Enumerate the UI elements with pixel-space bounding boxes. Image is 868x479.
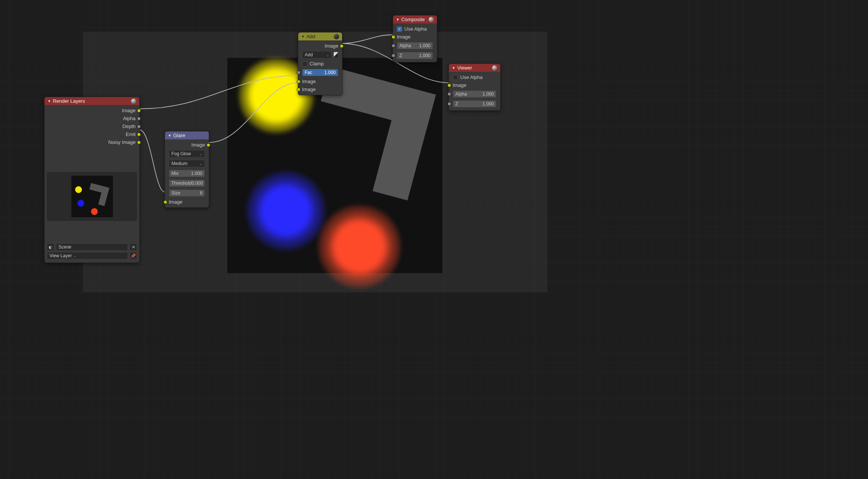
input-image: Image (167, 198, 207, 206)
use-alpha-row[interactable]: ✓Use Alpha (395, 25, 435, 33)
preview-red-glow (318, 205, 401, 288)
scene-select[interactable]: Scene (56, 243, 128, 251)
socket-in[interactable] (447, 92, 451, 96)
input-image-2: Image (301, 85, 340, 93)
socket-in[interactable] (392, 54, 395, 57)
socket-in[interactable] (392, 44, 395, 48)
output-image: Image (167, 141, 207, 149)
output-emit: Emit (47, 130, 137, 138)
socket-in[interactable] (447, 102, 451, 106)
alpha-field[interactable]: Alpha1.000 (453, 90, 496, 98)
socket-out[interactable] (137, 133, 141, 136)
collapse-icon: ▼ (48, 99, 51, 103)
input-image: Image (395, 33, 435, 41)
glare-threshold-field[interactable]: Threshold0.000 (169, 179, 205, 187)
output-image: Image (301, 42, 340, 50)
collapse-icon: ▼ (396, 18, 399, 22)
socket-out[interactable] (137, 125, 141, 128)
node-title: Composite (401, 17, 425, 22)
socket-in[interactable] (447, 83, 451, 87)
socket-out[interactable] (137, 109, 141, 113)
node-title: Render Layers (53, 98, 85, 104)
output-image: Image (47, 107, 137, 114)
collapse-icon: ▼ (168, 134, 171, 138)
collapse-icon: ▼ (301, 35, 305, 39)
socket-out[interactable] (340, 44, 344, 48)
node-title: Viewer (457, 65, 472, 71)
node-header[interactable]: ▼Glare (165, 131, 209, 139)
view-layer-pin[interactable]: 📌 (130, 252, 137, 260)
socket-out[interactable] (137, 141, 141, 144)
socket-in[interactable] (297, 71, 301, 74)
preview-icon[interactable] (429, 17, 434, 22)
input-image-1: Image (301, 77, 340, 85)
node-composite[interactable]: ▼Composite ✓Use Alpha Image Alpha1.000 Z… (393, 15, 437, 62)
scene-clear[interactable]: ✕ (130, 243, 137, 251)
output-noisy: Noisy Image (47, 138, 137, 146)
preview-blue-glow (246, 171, 325, 250)
node-title: Add (307, 34, 315, 39)
invert-icon[interactable] (333, 52, 338, 58)
socket-in[interactable] (392, 35, 395, 39)
fac-field[interactable]: Fac1.000 (302, 69, 338, 76)
input-image: Image (451, 81, 498, 89)
collapse-icon: ▼ (452, 66, 455, 70)
node-header[interactable]: ▼Viewer (449, 64, 500, 72)
clamp-checkbox-row[interactable]: Clamp (301, 60, 340, 68)
preview-icon[interactable] (492, 65, 497, 71)
node-header[interactable]: ▼Add (298, 32, 342, 40)
clamp-checkbox[interactable] (302, 61, 307, 66)
z-field[interactable]: Z1.000 (397, 52, 433, 59)
blend-mode-select[interactable]: Add⌄ (302, 51, 332, 59)
glare-mix-field[interactable]: Mix1.000 (169, 170, 205, 177)
view-layer-select[interactable]: View Layer⌄ (47, 252, 128, 260)
socket-in[interactable] (297, 88, 301, 91)
node-render-layers[interactable]: ▼Render Layers Image Alpha Depth Emit No… (44, 97, 140, 263)
preview-icon[interactable] (334, 34, 339, 39)
scene-icon[interactable]: ◐ (47, 243, 54, 251)
render-thumbnail (47, 172, 137, 221)
socket-in[interactable] (297, 80, 301, 83)
node-add[interactable]: ▼Add Image Add⌄ Clamp Fac1.000 Image Ima… (298, 32, 342, 95)
node-glare[interactable]: ▼Glare Image Fog Glow⌄ Medium⌄ Mix1.000 … (165, 131, 209, 208)
socket-out[interactable] (137, 117, 141, 121)
preview-icon[interactable] (131, 99, 136, 104)
node-header[interactable]: ▼Composite (393, 15, 437, 23)
output-alpha: Alpha (47, 114, 137, 122)
use-alpha-checkbox[interactable]: ✓ (397, 26, 402, 32)
node-header[interactable]: ▼Render Layers (45, 97, 139, 105)
output-depth: Depth (47, 122, 137, 130)
use-alpha-row[interactable]: Use Alpha (451, 73, 498, 81)
socket-out[interactable] (207, 143, 210, 147)
z-field[interactable]: Z1.000 (453, 100, 496, 108)
alpha-field[interactable]: Alpha1.000 (397, 42, 433, 49)
glare-size-field[interactable]: Size8 (169, 189, 205, 197)
node-viewer[interactable]: ▼Viewer Use Alpha Image Alpha1.000 Z1.00… (449, 63, 501, 111)
glare-quality-select[interactable]: Medium⌄ (169, 160, 205, 167)
node-title: Glare (173, 133, 185, 138)
glare-type-select[interactable]: Fog Glow⌄ (169, 150, 205, 158)
socket-in[interactable] (163, 200, 167, 204)
use-alpha-checkbox[interactable] (453, 75, 458, 80)
